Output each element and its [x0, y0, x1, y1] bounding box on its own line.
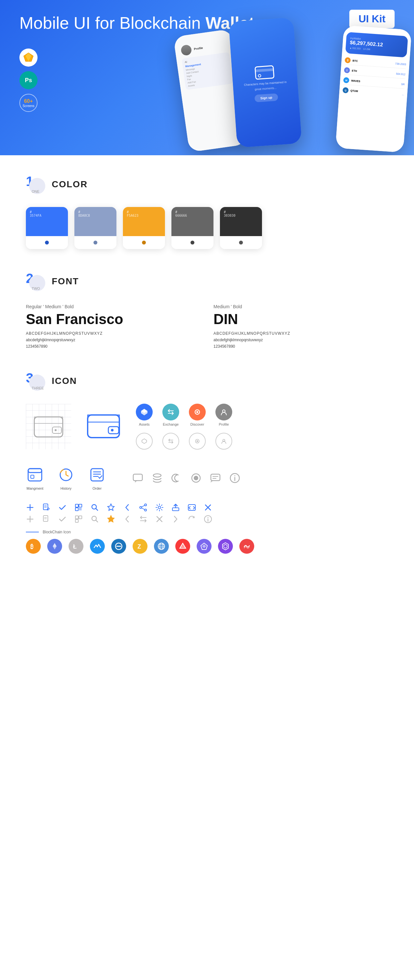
- color-card-mid-gray: #666666: [171, 207, 213, 249]
- misc-icons-row: [132, 472, 240, 484]
- icon-settings: [155, 503, 164, 512]
- icon-profile: Profile: [215, 404, 232, 426]
- svg-rect-72: [79, 516, 82, 519]
- svg-point-39: [234, 476, 236, 476]
- svg-rect-6: [34, 417, 63, 423]
- svg-rect-46: [79, 504, 82, 507]
- svg-rect-68: [43, 515, 48, 521]
- svg-rect-45: [75, 504, 78, 507]
- icon-discover: Discover: [189, 404, 206, 426]
- svg-rect-23: [28, 469, 42, 473]
- phone-mockup-3: myWallet $6,297,502.12 ▲ 652,333 12-298 …: [335, 25, 412, 153]
- svg-point-16: [196, 411, 198, 413]
- svg-rect-34: [211, 474, 220, 480]
- icon-main-grid: Assets Exchange: [26, 404, 388, 450]
- hero-section: Mobile UI for Blockchain Wallet UI Kit P…: [0, 0, 414, 155]
- screens-badge: 60+ Screens: [19, 94, 38, 112]
- icon-info: [229, 472, 240, 484]
- icon-order: Order: [88, 466, 106, 490]
- icon-star: [107, 503, 115, 512]
- icon-refresh-gray: [188, 515, 196, 523]
- icon-arrow-right-gray: [171, 515, 180, 523]
- hero-badges: Ps 60+ Screens: [19, 49, 38, 112]
- svg-point-4: [258, 74, 261, 77]
- section-number-1: 1 ONE: [26, 175, 45, 194]
- icon-share: [139, 503, 148, 512]
- svg-line-53: [96, 508, 98, 511]
- icon-layers: [151, 472, 163, 484]
- svg-rect-22: [28, 469, 42, 481]
- svg-rect-24: [31, 475, 34, 478]
- svg-point-81: [208, 517, 209, 518]
- icon-ltc: Ł: [68, 539, 83, 554]
- icon-zec: Z: [132, 539, 148, 554]
- svg-point-31: [153, 474, 161, 477]
- svg-point-55: [145, 504, 146, 506]
- svg-rect-10: [88, 415, 119, 422]
- icon-assets-outline: [136, 433, 153, 450]
- section-number-3: 3 THREE: [26, 371, 45, 391]
- phone-mockups: Profile AI Management Message Add Contac…: [155, 19, 414, 155]
- icon-poa: [197, 539, 212, 554]
- icon-dash: [111, 539, 126, 554]
- icon-check: [58, 503, 67, 512]
- icon-star-active: [107, 515, 115, 523]
- svg-text:₿: ₿: [30, 543, 33, 550]
- font-din: Medium ' Bold DIN ABCDEFGHIJKLMNOPQRSTUV…: [213, 304, 388, 348]
- icon-qr-gray: [75, 515, 83, 523]
- svg-point-33: [194, 476, 198, 480]
- icon-mangment: Mangment: [26, 466, 44, 490]
- icon-message: [210, 472, 221, 484]
- icon-qr: [75, 503, 83, 512]
- svg-point-20: [197, 441, 198, 442]
- svg-rect-7: [53, 427, 62, 433]
- svg-marker-76: [108, 515, 114, 522]
- icon-export: [171, 503, 180, 512]
- icon-matic: [218, 539, 233, 554]
- icon-check-gray: [58, 515, 67, 523]
- icon-row-labeled: Mangment History: [26, 459, 388, 497]
- svg-rect-61: [172, 508, 179, 511]
- section-number-2: 2 TWO: [26, 272, 45, 291]
- blockchain-separator: BlockChain Icon: [26, 530, 388, 534]
- icon-net: [154, 539, 169, 554]
- svg-rect-48: [79, 508, 80, 509]
- icon-dot: [190, 472, 202, 484]
- font-section-header: 2 TWO FONT: [26, 272, 388, 291]
- font-san-francisco: Regular ' Medium ' Bold San Francisco AB…: [26, 304, 201, 348]
- icon-eth: [47, 539, 62, 554]
- icon-wireframe-wallet: [26, 404, 71, 449]
- blockchain-icons: ₿ Ł: [26, 539, 388, 554]
- svg-point-12: [111, 429, 113, 431]
- icon-colored-row-1: Assets Exchange: [136, 404, 232, 426]
- font-title: FONT: [52, 276, 79, 286]
- icon-chevron-left: [123, 503, 131, 512]
- icon-assets: Assets: [136, 404, 153, 426]
- icon-filled-wallet: [81, 404, 126, 449]
- svg-rect-50: [79, 509, 80, 511]
- svg-point-21: [223, 439, 225, 441]
- svg-rect-47: [75, 508, 78, 511]
- icon-profile-outline: [215, 433, 232, 450]
- svg-marker-97: [202, 544, 206, 548]
- svg-marker-98: [223, 543, 228, 550]
- color-section: 1 ONE COLOR #3574FA #8DA0C8: [26, 175, 388, 249]
- svg-text:Z: Z: [137, 543, 141, 550]
- color-card-blue: #3574FA: [26, 207, 68, 249]
- icon-close: [204, 503, 212, 512]
- svg-point-8: [55, 429, 57, 431]
- svg-rect-51: [81, 509, 81, 511]
- color-swatches: #3574FA #8DA0C8 #F5A623: [26, 207, 388, 249]
- icon-discover-outline: [189, 433, 206, 450]
- icon-exchange: Exchange: [162, 404, 179, 426]
- icon-colored-group: Assets Exchange: [136, 404, 232, 450]
- color-title: COLOR: [52, 179, 88, 189]
- svg-rect-71: [75, 516, 78, 519]
- svg-text:Ł: Ł: [73, 543, 76, 550]
- icon-exchange-outline: [162, 433, 179, 450]
- svg-rect-30: [133, 474, 142, 480]
- svg-point-60: [158, 506, 161, 509]
- icon-section-header: 3 THREE ICON: [26, 371, 388, 391]
- icon-small-row-gray: [26, 515, 388, 523]
- icon-sxp: [239, 539, 254, 554]
